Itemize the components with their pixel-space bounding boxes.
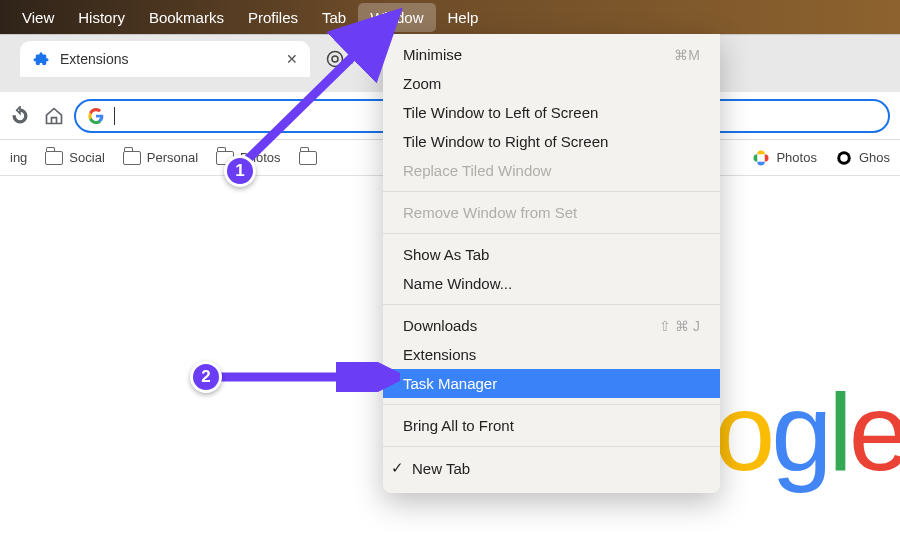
menu-show-as-tab[interactable]: Show As Tab xyxy=(383,240,720,269)
folder-icon xyxy=(45,151,63,165)
bookmark-ghost[interactable]: Ghos xyxy=(835,149,890,167)
google-g-icon xyxy=(88,108,104,124)
menu-remove-set: Remove Window from Set xyxy=(383,198,720,227)
menubar-item-help[interactable]: Help xyxy=(436,3,491,32)
menu-minimise[interactable]: Minimise⌘M xyxy=(383,40,720,69)
menubar-item-view[interactable]: View xyxy=(10,3,66,32)
menu-tile-left[interactable]: Tile Window to Left of Screen xyxy=(383,98,720,127)
menu-separator xyxy=(383,446,720,447)
menubar-item-history[interactable]: History xyxy=(66,3,137,32)
text-caret xyxy=(114,107,115,125)
menu-downloads[interactable]: Downloads⇧ ⌘ J xyxy=(383,311,720,340)
google-photos-icon xyxy=(752,149,770,167)
google-logo: ogle xyxy=(714,368,900,495)
menu-separator xyxy=(383,404,720,405)
callout-badge-2: 2 xyxy=(190,361,222,393)
system-menubar[interactable]: ViewHistoryBookmarksProfilesTabWindowHel… xyxy=(0,0,900,34)
menu-replace-tiled: Replace Tiled Window xyxy=(383,156,720,185)
circle-icon xyxy=(835,149,853,167)
bookmark-social[interactable]: Social xyxy=(45,150,104,165)
menu-new-tab[interactable]: ✓New Tab xyxy=(383,453,720,483)
menu-zoom[interactable]: Zoom xyxy=(383,69,720,98)
menu-bring-front[interactable]: Bring All to Front xyxy=(383,411,720,440)
folder-icon xyxy=(123,151,141,165)
menu-name-window[interactable]: Name Window... xyxy=(383,269,720,298)
check-icon: ✓ xyxy=(391,459,404,477)
menu-separator xyxy=(383,233,720,234)
tab-title: Extensions xyxy=(60,51,128,67)
callout-badge-1: 1 xyxy=(224,155,256,187)
bookmark-cut[interactable]: ing xyxy=(10,150,27,165)
annotation-arrow-2 xyxy=(215,362,400,392)
menu-extensions[interactable]: Extensions xyxy=(383,340,720,369)
svg-point-3 xyxy=(840,154,848,162)
window-menu-dropdown: Minimise⌘M Zoom Tile Window to Left of S… xyxy=(383,34,720,493)
menu-separator xyxy=(383,304,720,305)
menu-tile-right[interactable]: Tile Window to Right of Screen xyxy=(383,127,720,156)
bookmark-personal[interactable]: Personal xyxy=(123,150,198,165)
svg-line-4 xyxy=(245,20,390,162)
reload-icon[interactable] xyxy=(10,106,30,126)
menu-task-manager[interactable]: Task Manager xyxy=(383,369,720,398)
puzzle-icon xyxy=(32,50,50,68)
home-icon[interactable] xyxy=(44,106,64,126)
menu-separator xyxy=(383,191,720,192)
annotation-arrow-1 xyxy=(230,2,430,182)
bookmark-photos-right[interactable]: Photos xyxy=(752,149,816,167)
menubar-item-bookmarks[interactable]: Bookmarks xyxy=(137,3,236,32)
